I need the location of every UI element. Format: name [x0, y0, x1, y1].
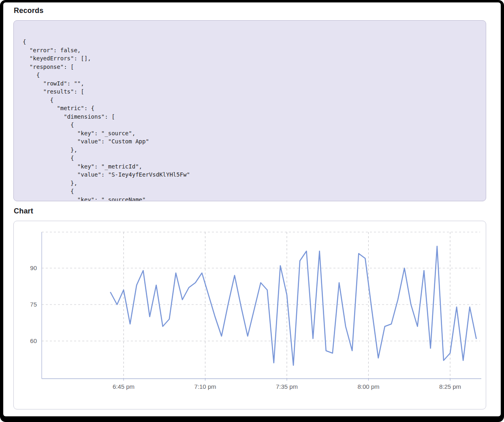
chart-panel: 9075606:45 pm7:10 pm7:35 pm8:00 pm8:25 p…: [13, 221, 486, 409]
x-axis-tick-label: 8:00 pm: [357, 383, 379, 390]
records-section-title: Records: [14, 6, 43, 15]
records-json-panel[interactable]: { "error": false, "keyedErrors": [], "re…: [13, 20, 486, 201]
x-axis-tick-label: 7:35 pm: [276, 383, 298, 390]
chart-section-title: Chart: [14, 207, 33, 215]
records-json-code: { "error": false, "keyedErrors": [], "re…: [14, 21, 486, 201]
y-axis-tick-label: 60: [30, 337, 37, 344]
x-axis-tick-label: 6:45 pm: [113, 383, 135, 390]
metric-line-chart[interactable]: 9075606:45 pm7:10 pm7:35 pm8:00 pm8:25 p…: [14, 221, 486, 409]
screenshot-frame: Records { "error": false, "keyedErrors":…: [0, 0, 504, 422]
y-axis-tick-label: 90: [30, 264, 37, 271]
metric-line-series: [111, 246, 476, 365]
app-page: Records { "error": false, "keyedErrors":…: [3, 2, 501, 416]
y-axis-tick-label: 75: [30, 301, 37, 308]
x-axis-tick-label: 8:25 pm: [439, 383, 461, 390]
x-axis-tick-label: 7:10 pm: [194, 383, 216, 390]
